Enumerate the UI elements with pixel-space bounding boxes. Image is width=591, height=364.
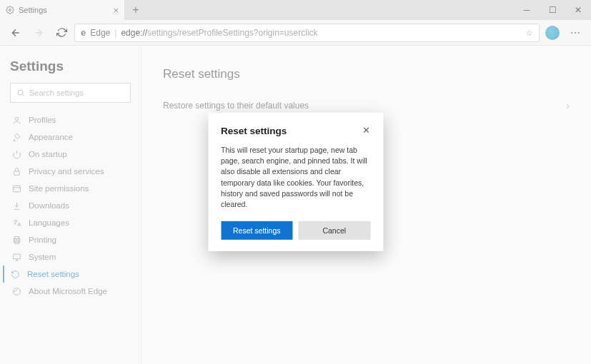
- sidebar-item-site-permissions[interactable]: Site permissions: [10, 180, 131, 197]
- search-icon: [16, 89, 25, 97]
- printer-icon: [11, 235, 21, 245]
- sidebar-heading: Settings: [10, 59, 131, 74]
- maximize-button[interactable]: ☐: [540, 0, 565, 20]
- reset-icon: [10, 269, 20, 279]
- sidebar-item-printing[interactable]: Printing: [10, 231, 131, 248]
- reset-settings-dialog: Reset settings ✕ This will reset your st…: [208, 113, 383, 251]
- svg-point-1: [18, 90, 23, 95]
- svg-rect-5: [14, 236, 19, 238]
- svg-rect-3: [14, 171, 19, 174]
- gear-icon: [6, 6, 14, 14]
- minimize-button[interactable]: ─: [514, 0, 540, 20]
- title-bar: Settings × + ─ ☐ ✕: [0, 0, 591, 20]
- edge-logo-icon: e: [81, 27, 86, 38]
- favorite-icon[interactable]: ☆: [525, 28, 533, 38]
- sidebar-item-startup[interactable]: On startup: [10, 146, 131, 163]
- sidebar-item-label: Site permissions: [29, 184, 89, 193]
- sidebar-item-reset[interactable]: Reset settings: [3, 266, 131, 283]
- sliders-icon: [11, 183, 21, 193]
- edge-icon: [11, 286, 21, 296]
- sidebar-item-label: Profiles: [29, 116, 56, 124]
- sidebar-item-label: System: [29, 253, 56, 261]
- sidebar-item-privacy[interactable]: Privacy and services: [10, 163, 131, 180]
- page-title: Reset settings: [163, 67, 570, 81]
- sidebar-item-label: Languages: [29, 218, 69, 227]
- chevron-right-icon: ›: [566, 100, 570, 111]
- sidebar-item-label: Printing: [29, 236, 56, 244]
- svg-point-2: [15, 117, 18, 120]
- sidebar-item-languages[interactable]: Languages: [10, 214, 131, 231]
- power-icon: [11, 149, 21, 159]
- paintbrush-icon: [11, 132, 21, 142]
- refresh-button[interactable]: [51, 23, 71, 43]
- sidebar: Settings Search settings Profiles Appear…: [0, 46, 141, 364]
- reset-settings-button[interactable]: Reset settings: [221, 221, 293, 240]
- download-icon: [11, 201, 21, 211]
- tab-title: Settings: [19, 6, 47, 14]
- close-window-button[interactable]: ✕: [565, 0, 591, 20]
- lock-icon: [11, 166, 21, 176]
- sidebar-item-label: About Microsoft Edge: [29, 287, 107, 295]
- browser-tab[interactable]: Settings ×: [0, 0, 125, 20]
- sidebar-nav: Profiles Appearance On startup Privacy a…: [10, 111, 131, 300]
- back-button[interactable]: [6, 23, 26, 43]
- sidebar-item-about[interactable]: About Microsoft Edge: [10, 283, 131, 300]
- dialog-title: Reset settings: [221, 126, 287, 136]
- svg-rect-8: [13, 254, 20, 259]
- dialog-body: This will reset your startup page, new t…: [221, 145, 370, 210]
- sidebar-item-system[interactable]: System: [10, 248, 131, 266]
- monitor-icon: [11, 252, 21, 262]
- svg-point-0: [9, 9, 11, 11]
- person-icon: [11, 115, 21, 125]
- svg-rect-4: [13, 186, 20, 192]
- sidebar-item-label: Downloads: [29, 201, 69, 210]
- language-icon: [11, 218, 21, 228]
- row-label: Restore settings to their default values: [163, 101, 309, 111]
- new-tab-button[interactable]: +: [125, 0, 146, 20]
- url-text: edge://settings/resetProfileSettings?ori…: [121, 28, 521, 38]
- address-bar[interactable]: e Edge | edge://settings/resetProfileSet…: [74, 24, 540, 42]
- forward-button[interactable]: [29, 23, 49, 43]
- search-placeholder: Search settings: [29, 89, 84, 97]
- edge-label: Edge: [90, 28, 110, 38]
- sidebar-item-appearance[interactable]: Appearance: [10, 128, 131, 146]
- toolbar: e Edge | edge://settings/resetProfileSet…: [0, 20, 591, 46]
- cancel-button[interactable]: Cancel: [299, 221, 371, 240]
- sidebar-item-label: Reset settings: [27, 270, 79, 278]
- sidebar-item-label: Appearance: [29, 133, 73, 141]
- dialog-close-icon[interactable]: ✕: [362, 126, 370, 135]
- sidebar-item-label: Privacy and services: [29, 167, 104, 176]
- search-input[interactable]: Search settings: [10, 83, 131, 103]
- sidebar-item-downloads[interactable]: Downloads: [10, 197, 131, 214]
- sidebar-item-label: On startup: [29, 150, 67, 158]
- window-controls: ─ ☐ ✕: [514, 0, 591, 20]
- separator: |: [114, 28, 116, 38]
- tab-close-icon[interactable]: ×: [113, 5, 119, 16]
- profile-avatar[interactable]: [545, 26, 560, 40]
- sidebar-item-profiles[interactable]: Profiles: [10, 111, 131, 128]
- more-menu-button[interactable]: ⋯: [565, 23, 585, 43]
